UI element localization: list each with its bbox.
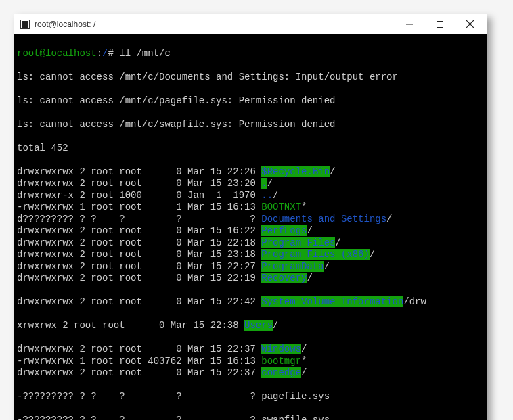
app-icon — [20, 19, 30, 30]
ls-suffix: / — [301, 367, 307, 378]
error-line: ls: cannot access /mnt/c/pagefile.sys: P… — [17, 95, 484, 108]
ls-perms: drwxrwxr-x 2 root 1000 0 Jan 1 1970 — [17, 190, 261, 201]
terminal-window: root@localhost: / root@localhost:/# ll /… — [14, 14, 487, 420]
ls-row: drwxrwxr-x 2 root 1000 0 Jan 1 1970 ../ — [17, 190, 484, 202]
ls-row-wrap: xrwxrwx 2 root root 0 Mar 15 22:38 Users… — [17, 320, 484, 332]
terminal-body[interactable]: root@localhost:/# ll /mnt/c ls: cannot a… — [14, 34, 487, 420]
ls-suffix: / — [273, 190, 278, 201]
ls-perms: drwxrwxrwx 2 root root 0 Mar 15 22:37 — [17, 367, 261, 378]
ls-suffix: / — [386, 214, 392, 225]
ls-filename: . — [261, 178, 267, 189]
ls-filename: Program Files — [261, 237, 335, 248]
ls-filename: Documents and Settings — [261, 214, 386, 225]
ls-row: -rwxrwxrwx 1 root root 1 Mar 15 16:13 BO… — [17, 202, 484, 214]
ls-suffix: / — [324, 261, 330, 272]
maximize-button[interactable] — [424, 14, 455, 34]
ls-filename: BOOTNXT — [261, 202, 301, 212]
ls-row: drwxrwxrwx 2 root root 0 Mar 15 22:19 Re… — [17, 273, 484, 285]
ls-row: -rwxrwxrwx 1 root root 403762 Mar 15 16:… — [17, 356, 484, 368]
close-button[interactable] — [455, 14, 485, 34]
svg-rect-2 — [22, 21, 28, 28]
prompt-line: root@localhost:/# ll /mnt/c — [17, 48, 484, 60]
ls-row: drwxrwxrwx 2 root root 0 Mar 15 22:27 Pr… — [17, 261, 484, 273]
ls-perms: drwxrwxrwx 2 root root 0 Mar 15 16:22 — [17, 225, 261, 236]
ls-suffix: / — [330, 166, 335, 177]
ls-suffix: / — [307, 273, 312, 283]
ls-suffix: * — [301, 202, 307, 212]
ls-row: drwxrwxrwx 2 root root 0 Mar 15 22:26 $R… — [17, 166, 484, 179]
ls-suffix: / — [335, 237, 340, 248]
ls-perms: drwxrwxrwx 2 root root 0 Mar 15 22:37 — [17, 344, 261, 354]
ls-perms: drwxrwxrwx 2 root root 0 Mar 15 23:20 — [17, 178, 261, 189]
ls-filename: bootmgr — [261, 356, 301, 367]
ls-perms: drwxrwxrwx 2 root root 0 Mar 15 22:18 — [17, 237, 261, 248]
ls-suffix: / — [267, 178, 273, 189]
ls-suffix: * — [301, 356, 307, 367]
ls-suffix: / — [307, 225, 312, 236]
ls-filename: .. — [261, 190, 273, 201]
svg-rect-4 — [437, 21, 443, 27]
ls-row: d????????? ? ? ? ? ? Documents and Setti… — [17, 214, 484, 226]
minimize-button[interactable] — [394, 14, 424, 34]
ls-perms: -rwxrwxrwx 1 root root 403762 Mar 15 16:… — [17, 356, 261, 367]
ls-suffix: / — [370, 249, 375, 260]
ls-filename: conedge — [261, 367, 301, 378]
ls-filename: Windows — [261, 344, 301, 354]
ls-filename: PerfLogs — [261, 225, 307, 236]
ls-perms: -rwxrwxrwx 1 root root 1 Mar 15 16:13 — [17, 202, 261, 212]
ls-filename: $Recycle.Bin — [261, 166, 330, 177]
ls-perms: d????????? ? ? ? ? ? — [17, 214, 261, 225]
ls-row: drwxrwxrwx 2 root root 0 Mar 15 23:20 ./ — [17, 178, 484, 190]
ls-perms: drwxrwxrwx 2 root root 0 Mar 15 22:19 — [17, 273, 261, 283]
ls-perms: drwxrwxrwx 2 root root 0 Mar 15 22:26 — [17, 166, 261, 177]
prompt-user: root@localhost — [17, 48, 97, 59]
ls-filename: ProgramData — [261, 261, 324, 272]
total-line: total 452 — [17, 143, 484, 155]
ls-row: drwxrwxrwx 2 root root 0 Mar 15 22:37 Wi… — [17, 344, 484, 356]
ls-filename: Recovery — [261, 273, 307, 283]
ls-row: drwxrwxrwx 2 root root 0 Mar 15 16:22 Pe… — [17, 225, 484, 237]
ls-row: drwxrwxrwx 2 root root 0 Mar 15 22:42 Sy… — [17, 296, 484, 308]
command: ll /mnt/c — [119, 48, 171, 59]
error-line: ls: cannot access /mnt/c/swapfile.sys: P… — [17, 119, 484, 131]
ls-perms: drwxrwxrwx 2 root root 0 Mar 15 23:18 — [17, 249, 261, 260]
error-line: ls: cannot access /mnt/c/Documents and S… — [17, 72, 484, 84]
ls-filename: Program Files (x86) — [261, 249, 370, 260]
ls-row: drwxrwxrwx 2 root root 0 Mar 15 23:18 Pr… — [17, 249, 484, 261]
ls-row: -????????? ? ? ? ? ? pagefile.sys — [17, 391, 484, 403]
ls-suffix: / — [301, 344, 307, 354]
ls-row: drwxrwxrwx 2 root root 0 Mar 15 22:37 co… — [17, 367, 484, 379]
ls-row: drwxrwxrwx 2 root root 0 Mar 15 22:18 Pr… — [17, 237, 484, 250]
ls-row: -????????? ? ? ? ? ? swapfile.sys — [17, 415, 484, 420]
window-title: root@localhost: / — [35, 20, 394, 29]
ls-perms: drwxrwxrwx 2 root root 0 Mar 15 22:27 — [17, 261, 261, 272]
titlebar[interactable]: root@localhost: / — [14, 14, 487, 34]
